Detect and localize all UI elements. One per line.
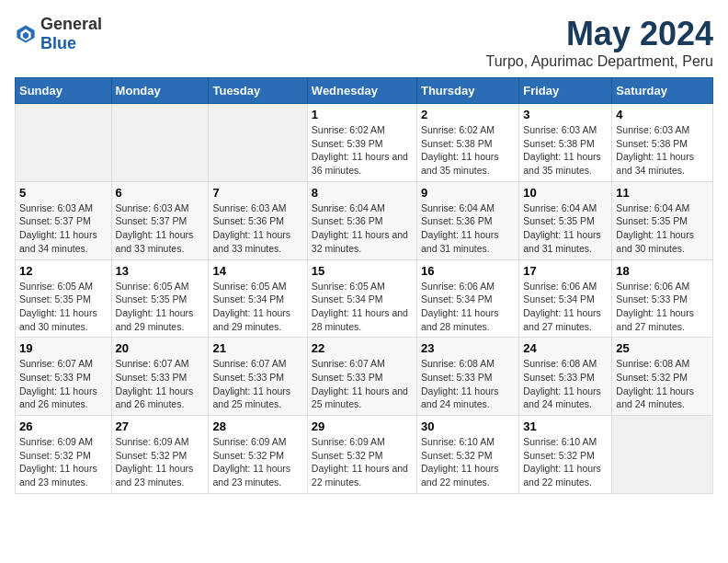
day-number: 15	[312, 264, 413, 278]
day-info: Sunrise: 6:06 AM Sunset: 5:34 PM Dayligh…	[421, 280, 515, 334]
day-info: Sunrise: 6:03 AM Sunset: 5:38 PM Dayligh…	[523, 123, 608, 178]
day-info: Sunrise: 6:09 AM Sunset: 5:32 PM Dayligh…	[212, 435, 302, 489]
week-row-5: 26Sunrise: 6:09 AM Sunset: 5:32 PM Dayli…	[16, 416, 713, 494]
calendar-cell: 11Sunrise: 6:04 AM Sunset: 5:35 PM Dayli…	[612, 181, 713, 259]
day-info: Sunrise: 6:08 AM Sunset: 5:33 PM Dayligh…	[523, 357, 608, 411]
calendar-cell: 3Sunrise: 6:03 AM Sunset: 5:38 PM Daylig…	[519, 104, 612, 182]
day-number: 11	[616, 186, 709, 200]
day-number: 21	[212, 341, 302, 355]
day-number: 2	[421, 108, 515, 121]
day-info: Sunrise: 6:05 AM Sunset: 5:35 PM Dayligh…	[19, 280, 108, 334]
logo-general: General	[40, 15, 102, 33]
week-row-2: 5Sunrise: 6:03 AM Sunset: 5:37 PM Daylig…	[16, 181, 713, 259]
day-header-sunday: Sunday	[16, 78, 112, 104]
day-info: Sunrise: 6:07 AM Sunset: 5:33 PM Dayligh…	[116, 357, 205, 411]
calendar-cell: 18Sunrise: 6:06 AM Sunset: 5:33 PM Dayli…	[612, 259, 713, 338]
day-number: 3	[523, 108, 608, 121]
calendar-cell	[209, 104, 307, 182]
calendar-cell: 19Sunrise: 6:07 AM Sunset: 5:33 PM Dayli…	[16, 338, 112, 416]
day-info: Sunrise: 6:09 AM Sunset: 5:32 PM Dayligh…	[116, 435, 205, 489]
day-number: 14	[212, 264, 302, 278]
title-area: May 2024 Turpo, Apurimac Department, Per…	[485, 15, 713, 70]
day-number: 23	[421, 341, 515, 355]
calendar-cell: 28Sunrise: 6:09 AM Sunset: 5:32 PM Dayli…	[209, 416, 307, 494]
day-number: 31	[523, 419, 608, 433]
calendar-cell: 20Sunrise: 6:07 AM Sunset: 5:33 PM Dayli…	[111, 338, 209, 416]
day-info: Sunrise: 6:09 AM Sunset: 5:32 PM Dayligh…	[19, 435, 108, 489]
day-number: 24	[523, 341, 608, 355]
day-info: Sunrise: 6:03 AM Sunset: 5:38 PM Dayligh…	[616, 123, 709, 178]
calendar-cell: 1Sunrise: 6:02 AM Sunset: 5:39 PM Daylig…	[307, 104, 416, 182]
day-number: 8	[312, 186, 413, 200]
day-number: 5	[19, 186, 108, 200]
day-info: Sunrise: 6:03 AM Sunset: 5:36 PM Dayligh…	[212, 201, 302, 256]
day-number: 28	[212, 419, 302, 433]
day-number: 30	[421, 419, 515, 433]
calendar-cell: 2Sunrise: 6:02 AM Sunset: 5:38 PM Daylig…	[416, 104, 518, 182]
day-info: Sunrise: 6:04 AM Sunset: 5:35 PM Dayligh…	[523, 201, 608, 256]
day-number: 26	[19, 419, 108, 433]
day-header-tuesday: Tuesday	[209, 78, 307, 104]
day-number: 22	[312, 341, 413, 355]
day-info: Sunrise: 6:09 AM Sunset: 5:32 PM Dayligh…	[312, 435, 413, 489]
day-info: Sunrise: 6:05 AM Sunset: 5:34 PM Dayligh…	[312, 280, 413, 334]
calendar-cell: 10Sunrise: 6:04 AM Sunset: 5:35 PM Dayli…	[519, 181, 612, 259]
calendar-cell: 26Sunrise: 6:09 AM Sunset: 5:32 PM Dayli…	[16, 416, 112, 494]
day-number: 12	[19, 264, 108, 278]
day-info: Sunrise: 6:10 AM Sunset: 5:32 PM Dayligh…	[421, 435, 515, 489]
day-info: Sunrise: 6:07 AM Sunset: 5:33 PM Dayligh…	[312, 357, 413, 411]
calendar-table: SundayMondayTuesdayWednesdayThursdayFrid…	[15, 77, 713, 494]
day-info: Sunrise: 6:08 AM Sunset: 5:32 PM Dayligh…	[616, 357, 709, 411]
logo-icon	[15, 23, 37, 45]
calendar-cell: 25Sunrise: 6:08 AM Sunset: 5:32 PM Dayli…	[612, 338, 713, 416]
calendar-cell: 27Sunrise: 6:09 AM Sunset: 5:32 PM Dayli…	[111, 416, 209, 494]
main-title: May 2024	[485, 15, 713, 53]
day-info: Sunrise: 6:04 AM Sunset: 5:36 PM Dayligh…	[421, 201, 515, 256]
calendar-cell: 13Sunrise: 6:05 AM Sunset: 5:35 PM Dayli…	[111, 259, 209, 338]
calendar-cell: 21Sunrise: 6:07 AM Sunset: 5:33 PM Dayli…	[209, 338, 307, 416]
day-number: 17	[523, 264, 608, 278]
header: General Blue May 2024 Turpo, Apurimac De…	[15, 15, 713, 70]
calendar-cell	[612, 416, 713, 494]
day-info: Sunrise: 6:06 AM Sunset: 5:34 PM Dayligh…	[523, 280, 608, 334]
day-info: Sunrise: 6:07 AM Sunset: 5:33 PM Dayligh…	[19, 357, 108, 411]
calendar-cell: 30Sunrise: 6:10 AM Sunset: 5:32 PM Dayli…	[416, 416, 518, 494]
calendar-cell: 6Sunrise: 6:03 AM Sunset: 5:37 PM Daylig…	[111, 181, 209, 259]
day-number: 27	[116, 419, 205, 433]
calendar-cell: 9Sunrise: 6:04 AM Sunset: 5:36 PM Daylig…	[416, 181, 518, 259]
calendar-cell: 8Sunrise: 6:04 AM Sunset: 5:36 PM Daylig…	[307, 181, 416, 259]
day-header-thursday: Thursday	[416, 78, 518, 104]
day-number: 19	[19, 341, 108, 355]
day-number: 29	[312, 419, 413, 433]
day-info: Sunrise: 6:05 AM Sunset: 5:34 PM Dayligh…	[212, 280, 302, 334]
day-info: Sunrise: 6:03 AM Sunset: 5:37 PM Dayligh…	[19, 201, 108, 256]
day-number: 1	[312, 108, 413, 121]
calendar-cell: 23Sunrise: 6:08 AM Sunset: 5:33 PM Dayli…	[416, 338, 518, 416]
logo-blue: Blue	[40, 34, 76, 52]
day-info: Sunrise: 6:03 AM Sunset: 5:37 PM Dayligh…	[116, 201, 205, 256]
day-header-saturday: Saturday	[612, 78, 713, 104]
calendar-cell: 5Sunrise: 6:03 AM Sunset: 5:37 PM Daylig…	[16, 181, 112, 259]
calendar-cell: 7Sunrise: 6:03 AM Sunset: 5:36 PM Daylig…	[209, 181, 307, 259]
day-number: 18	[616, 264, 709, 278]
day-number: 20	[116, 341, 205, 355]
day-info: Sunrise: 6:02 AM Sunset: 5:38 PM Dayligh…	[421, 123, 515, 178]
day-number: 13	[116, 264, 205, 278]
calendar-cell: 4Sunrise: 6:03 AM Sunset: 5:38 PM Daylig…	[612, 104, 713, 182]
day-number: 10	[523, 186, 608, 200]
logo: General Blue	[15, 15, 102, 53]
calendar-cell	[111, 104, 209, 182]
calendar-cell: 24Sunrise: 6:08 AM Sunset: 5:33 PM Dayli…	[519, 338, 612, 416]
calendar-cell	[16, 104, 112, 182]
calendar-cell: 16Sunrise: 6:06 AM Sunset: 5:34 PM Dayli…	[416, 259, 518, 338]
day-info: Sunrise: 6:04 AM Sunset: 5:36 PM Dayligh…	[312, 201, 413, 256]
calendar-cell: 14Sunrise: 6:05 AM Sunset: 5:34 PM Dayli…	[209, 259, 307, 338]
calendar-cell: 31Sunrise: 6:10 AM Sunset: 5:32 PM Dayli…	[519, 416, 612, 494]
day-number: 7	[212, 186, 302, 200]
calendar-cell: 15Sunrise: 6:05 AM Sunset: 5:34 PM Dayli…	[307, 259, 416, 338]
week-row-4: 19Sunrise: 6:07 AM Sunset: 5:33 PM Dayli…	[16, 338, 713, 416]
calendar-cell: 12Sunrise: 6:05 AM Sunset: 5:35 PM Dayli…	[16, 259, 112, 338]
subtitle: Turpo, Apurimac Department, Peru	[485, 53, 713, 70]
day-number: 4	[616, 108, 709, 121]
day-info: Sunrise: 6:06 AM Sunset: 5:33 PM Dayligh…	[616, 280, 709, 334]
